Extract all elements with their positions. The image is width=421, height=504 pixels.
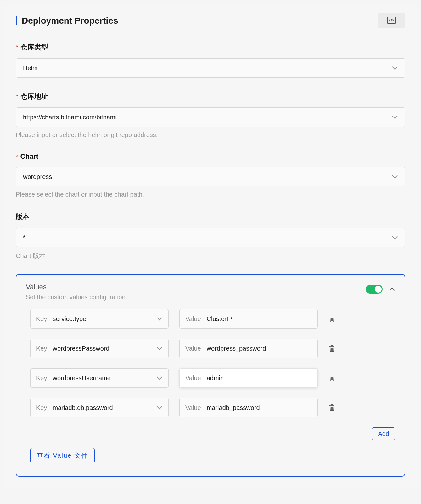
delete-row-button[interactable] (328, 374, 335, 382)
values-toggle[interactable] (366, 285, 383, 294)
key-prefix: Key (36, 404, 47, 411)
chevron-down-icon (392, 175, 398, 179)
kv-key-value: mariadb.db.password (53, 404, 151, 411)
kv-key-select[interactable]: Key mariadb.db.password (30, 398, 169, 417)
version-hint: Chart 版本 (16, 252, 405, 260)
kv-value-input[interactable]: Value ClusterIP (179, 309, 318, 329)
kv-key-value: wordpressUsername (53, 375, 151, 382)
values-list: Key service.type Value ClusterIP Key wor… (26, 309, 395, 417)
svg-line-1 (391, 19, 392, 21)
field-label: 仓库地址 (20, 92, 48, 101)
kv-key-select[interactable]: Key wordpressUsername (30, 368, 169, 388)
kv-row: Key wordpressUsername Value admin (30, 368, 395, 388)
kv-value-input[interactable]: Value mariadb_password (179, 398, 318, 417)
kv-value-input[interactable]: Value wordpress_password (179, 339, 318, 358)
chevron-down-icon (392, 235, 398, 240)
kv-value-value: mariadb_password (207, 404, 312, 411)
chart-value: wordpress (23, 173, 52, 180)
view-value-file-button[interactable]: 查看 Value 文件 (30, 448, 95, 463)
key-prefix: Key (36, 345, 47, 352)
panel-title: Deployment Properties (16, 16, 118, 25)
field-label: 版本 (16, 212, 30, 221)
value-prefix: Value (185, 315, 201, 323)
delete-row-button[interactable] (328, 404, 335, 411)
chevron-up-icon[interactable] (389, 287, 395, 291)
field-chart: * Chart wordpress Please select the char… (16, 152, 405, 198)
repo-url-hint: Please input or select the helm or git r… (16, 131, 405, 139)
kv-value-input[interactable]: Value admin (179, 368, 318, 388)
add-value-button[interactable]: Add (372, 427, 395, 440)
kv-key-value: service.type (53, 315, 151, 323)
panel-header: Deployment Properties (16, 6, 405, 33)
repo-url-select[interactable]: https://charts.bitnami.com/bitnami (16, 107, 405, 127)
chevron-down-icon (156, 376, 163, 380)
repo-type-value: Helm (23, 65, 38, 72)
chart-hint: Please select the chart or input the cha… (16, 191, 405, 198)
field-label: Chart (20, 152, 38, 161)
kv-key-select[interactable]: Key service.type (30, 309, 169, 329)
kv-row: Key service.type Value ClusterIP (30, 309, 395, 329)
values-header: Values Set the custom values configurati… (26, 283, 395, 301)
required-marker: * (16, 44, 19, 51)
repo-type-select[interactable]: Helm (16, 58, 405, 78)
version-value: * (23, 234, 25, 241)
required-marker: * (16, 93, 19, 100)
kv-value-value: ClusterIP (207, 315, 312, 323)
form: * 仓库类型 Helm * 仓库地址 https://charts.bitnam… (16, 33, 405, 477)
version-select[interactable]: * (16, 228, 405, 247)
kv-row: Key wordpressPassword Value wordpress_pa… (30, 339, 395, 358)
chevron-down-icon (392, 66, 398, 70)
kv-value-value: admin (207, 375, 312, 382)
kv-key-value: wordpressPassword (53, 345, 151, 352)
value-prefix: Value (185, 345, 201, 352)
key-prefix: Key (36, 315, 47, 323)
values-section: Values Set the custom values configurati… (16, 274, 405, 477)
field-repo-url: * 仓库地址 https://charts.bitnami.com/bitnam… (16, 92, 405, 139)
repo-url-value: https://charts.bitnami.com/bitnami (23, 114, 117, 121)
value-prefix: Value (185, 375, 201, 382)
delete-row-button[interactable] (328, 315, 335, 323)
values-description: Set the custom values configuration. (26, 294, 127, 301)
kv-row: Key mariadb.db.password Value mariadb_pa… (30, 398, 395, 417)
values-title: Values (26, 283, 127, 291)
field-version: 版本 * Chart 版本 (16, 212, 405, 260)
required-marker: * (16, 153, 19, 160)
chevron-down-icon (392, 115, 398, 119)
kv-value-value: wordpress_password (207, 345, 312, 352)
chevron-down-icon (156, 346, 163, 351)
chevron-down-icon (156, 317, 163, 321)
chart-select[interactable]: wordpress (16, 167, 405, 186)
field-repo-type: * 仓库类型 Helm (16, 43, 405, 78)
delete-row-button[interactable] (328, 345, 335, 352)
key-prefix: Key (36, 375, 47, 382)
code-view-toggle-button[interactable] (378, 13, 405, 28)
deployment-properties-panel: Deployment Properties * 仓库类型 Helm (3, 6, 418, 489)
code-icon (387, 17, 396, 25)
value-prefix: Value (185, 404, 201, 411)
kv-key-select[interactable]: Key wordpressPassword (30, 339, 169, 358)
chevron-down-icon (156, 405, 163, 410)
field-label: 仓库类型 (20, 43, 48, 52)
